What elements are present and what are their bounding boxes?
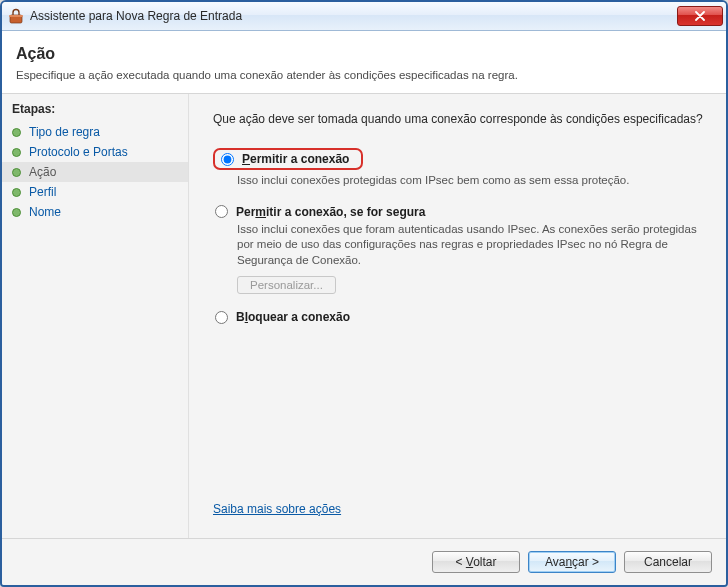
step-bullet-icon [12,148,21,157]
titlebar: Assistente para Nova Regra de Entrada [2,2,726,31]
step-action[interactable]: Ação [2,162,188,182]
back-button[interactable]: < Voltar [432,551,520,573]
step-label: Tipo de regra [29,125,100,139]
option-allow-title: Permitir a conexão [242,152,349,166]
close-icon [694,11,706,21]
footer: < Voltar Avançar > Cancelar [2,538,726,585]
step-bullet-icon [12,188,21,197]
option-block-title: Bloquear a conexão [236,310,350,324]
steps-sidebar: Etapas: Tipo de regra Protocolo e Portas… [2,94,189,538]
radio-allow[interactable] [221,153,234,166]
option-allow: Permitir a conexão Isso inclui conexões … [213,148,704,189]
steps-title: Etapas: [2,98,188,122]
window-title: Assistente para Nova Regra de Entrada [30,9,677,23]
cancel-button[interactable]: Cancelar [624,551,712,573]
step-label: Nome [29,205,61,219]
radio-allow-secure[interactable] [215,205,228,218]
step-bullet-icon [12,168,21,177]
main-panel: Que ação deve ser tomada quando uma cone… [189,94,726,538]
option-allow-secure-desc: Isso inclui conexões que foram autentica… [237,222,697,269]
customize-button: Personalizar... [237,276,336,294]
step-label: Perfil [29,185,56,199]
option-allow-highlight: Permitir a conexão [213,148,363,170]
step-bullet-icon [12,208,21,217]
wizard-window: Assistente para Nova Regra de Entrada Aç… [0,0,728,587]
option-block: Bloquear a conexão [213,310,704,324]
step-name[interactable]: Nome [2,202,188,222]
body: Etapas: Tipo de regra Protocolo e Portas… [2,94,726,538]
learn-more-link[interactable]: Saiba mais sobre ações [213,502,341,516]
next-button[interactable]: Avançar > [528,551,616,573]
option-allow-desc: Isso inclui conexões protegidas com IPse… [237,173,697,189]
step-label: Protocolo e Portas [29,145,128,159]
question-text: Que ação deve ser tomada quando uma cone… [213,112,704,126]
option-allow-secure-title: Permitir a conexão, se for segura [236,205,425,219]
option-allow-secure: Permitir a conexão, se for segura Isso i… [213,205,704,295]
header: Ação Especifique a ação executada quando… [2,31,726,94]
step-profile[interactable]: Perfil [2,182,188,202]
step-protocol-ports[interactable]: Protocolo e Portas [2,142,188,162]
step-rule-type[interactable]: Tipo de regra [2,122,188,142]
page-subtitle: Especifique a ação executada quando uma … [16,69,712,81]
page-title: Ação [16,45,712,63]
app-icon [8,8,24,24]
close-button[interactable] [677,6,723,26]
step-label: Ação [29,165,56,179]
step-bullet-icon [12,128,21,137]
svg-rect-1 [9,15,23,17]
radio-block[interactable] [215,311,228,324]
